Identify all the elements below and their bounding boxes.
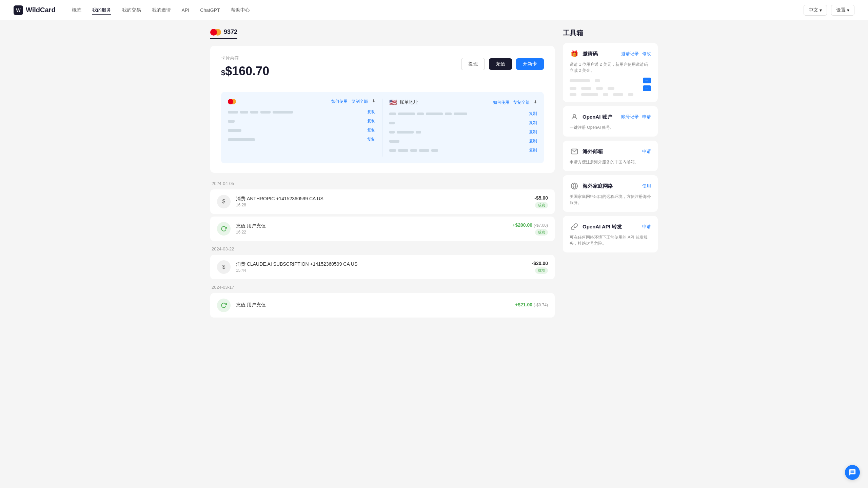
billing-copy-button-3[interactable]: 复制	[529, 129, 537, 135]
card-actions: 如何使用 复制全部 ⬇	[331, 99, 375, 104]
nav-help[interactable]: 帮助中心	[231, 6, 250, 15]
transactions-section: 2024-04-05 $ 消费 ANTHROPIC +14152360599 C…	[210, 181, 555, 318]
tx-status: 成功	[535, 267, 548, 274]
billing-field-row-2: 复制	[389, 120, 537, 126]
billing-field-row-3: 复制	[389, 129, 537, 135]
user-icon	[570, 112, 579, 122]
tx-title: 消费 CLAUDE.AI SUBSCRIPTION +14152360599 C…	[236, 261, 527, 267]
us-flag-icon: 🇺🇸	[389, 99, 397, 106]
nav-api[interactable]: API	[182, 6, 190, 14]
how-to-use-link[interactable]: 如何使用	[331, 99, 348, 104]
tool-card-network: 海外家庭网络 使用 美国家庭网络出口的远程环境，方便注册海外服务。	[563, 175, 658, 212]
tx-info: 消费 CLAUDE.AI SUBSCRIPTION +14152360599 C…	[236, 261, 527, 273]
tx-amount: +$21.00 (-$0.74)	[515, 302, 548, 307]
tool-header-mailbox: 海外邮箱 申请	[570, 147, 651, 156]
header-right: 中文 ▾ 设置 ▾	[804, 5, 854, 16]
mailbox-apply-link[interactable]: 申请	[642, 148, 651, 155]
invite-desc: 邀请 1 位用户返 2 美元，新用户使用邀请码立减 2 美金。	[570, 61, 651, 74]
chevron-down-icon: ▾	[847, 7, 849, 13]
billing-field-row-5: 复制	[389, 147, 537, 153]
tool-name-openai-account: OpenAI 账户	[583, 114, 618, 120]
copy-button-4[interactable]: 复制	[367, 137, 375, 142]
openai-apply-link[interactable]: 申请	[642, 114, 651, 120]
billing-download-icon[interactable]: ⬇	[534, 100, 537, 105]
openai-account-desc: 一键注册 OpenAI 账号。	[570, 124, 651, 130]
recharge-button[interactable]: 充值	[489, 58, 512, 70]
tool-card-invite: 🎁 邀请码 邀请记录 修改 邀请 1 位用户返 2 美元，新用户使用邀请码立减 …	[563, 43, 658, 102]
tool-card-mailbox: 海外邮箱 申请 申请方便注册海外服务的非国内邮箱。	[563, 141, 658, 171]
gift-icon: 🎁	[570, 49, 579, 59]
transaction-item: 充值 用户充值 16:22 +$200.00 (-$7.00) 成功	[210, 217, 555, 241]
invite-btn-1[interactable]: ···	[643, 78, 651, 83]
nav-my-service[interactable]: 我的服务	[92, 6, 111, 15]
invite-row-3	[570, 93, 651, 96]
billing-section-header: 🇺🇸 账单地址 如何使用 复制全部 ⬇	[389, 99, 537, 106]
billing-copy-button-5[interactable]: 复制	[529, 147, 537, 153]
mailbox-desc: 申请方便注册海外服务的非国内邮箱。	[570, 159, 651, 165]
settings-button[interactable]: 设置 ▾	[831, 5, 854, 16]
openai-api-actions: 申请	[642, 224, 651, 230]
invite-btn-2[interactable]: ···	[643, 85, 651, 91]
card-field-row-3: 复制	[228, 127, 375, 133]
tx-right: -$20.00 成功	[532, 261, 548, 274]
date-header-1: 2024-04-05	[210, 181, 555, 186]
tool-card-openai-account: OpenAI 账户 账号记录 申请 一键注册 OpenAI 账号。	[563, 106, 658, 137]
card-tab[interactable]: 9372	[210, 28, 237, 39]
billing-field-row-4: 复制	[389, 138, 537, 144]
mastercard-icon	[210, 29, 221, 36]
expense-icon: $	[217, 260, 231, 274]
expense-icon: $	[217, 195, 231, 208]
card-field-row-2: 复制	[228, 118, 375, 124]
network-use-link[interactable]: 使用	[642, 183, 651, 189]
nav-overview[interactable]: 概览	[72, 6, 81, 15]
openai-records-link[interactable]: 账号记录	[621, 114, 639, 120]
tx-title: 充值 用户充值	[236, 223, 507, 229]
billing-field-row-1: 复制	[389, 111, 537, 117]
billing-copy-button-2[interactable]: 复制	[529, 120, 537, 126]
tx-title: 充值 用户充值	[236, 302, 510, 308]
card-left-section: 如何使用 复制全部 ⬇ 复	[228, 99, 382, 157]
invite-records-link[interactable]: 邀请记录	[621, 51, 639, 57]
main-container: 9372 卡片余额 $$160.70 提现 充值 开新卡	[197, 20, 671, 328]
card-right-section: 🇺🇸 账单地址 如何使用 复制全部 ⬇	[382, 99, 537, 157]
tx-amount: -$20.00	[532, 261, 548, 266]
billing-copy-all-link[interactable]: 复制全部	[513, 100, 530, 105]
tx-title: 消费 ANTHROPIC +14152360599 CA US	[236, 196, 529, 202]
billing-how-to-use-link[interactable]: 如何使用	[493, 100, 509, 105]
card-section-header: 如何使用 复制全部 ⬇	[228, 99, 375, 104]
copy-button-1[interactable]: 复制	[367, 109, 375, 115]
card-field-row-1: 复制	[228, 109, 375, 115]
card-field-row-4: 复制	[228, 137, 375, 142]
withdraw-button[interactable]: 提现	[461, 58, 485, 70]
billing-address-title: 账单地址	[399, 99, 418, 105]
tx-info: 消费 ANTHROPIC +14152360599 CA US 16:28	[236, 196, 529, 207]
nav-my-transactions[interactable]: 我的交易	[122, 6, 141, 15]
tx-time: 16:22	[236, 230, 507, 235]
nav-my-invitations[interactable]: 我的邀请	[152, 6, 171, 15]
tool-name-network: 海外家庭网络	[583, 183, 639, 189]
openai-api-apply-link[interactable]: 申请	[642, 224, 651, 230]
tool-name-invite: 邀请码	[583, 51, 618, 57]
globe-icon	[570, 181, 579, 191]
nav-chatgpt[interactable]: ChatGPT	[200, 6, 220, 14]
invite-modify-link[interactable]: 修改	[642, 51, 651, 57]
balance-amount: $$160.70	[221, 64, 269, 78]
new-card-button[interactable]: 开新卡	[516, 58, 544, 70]
toolbox-title: 工具箱	[563, 28, 658, 38]
billing-copy-button-1[interactable]: 复制	[529, 111, 537, 117]
invite-actions: 邀请记录 修改	[621, 51, 651, 57]
copy-button-3[interactable]: 复制	[367, 127, 375, 133]
right-sidebar: 工具箱 🎁 邀请码 邀请记录 修改 邀请 1 位用户返 2 美元，新用户使用邀请…	[563, 28, 658, 320]
billing-copy-button-4[interactable]: 复制	[529, 138, 537, 144]
language-selector[interactable]: 中文 ▾	[804, 5, 827, 16]
download-icon[interactable]: ⬇	[372, 99, 375, 104]
copy-all-link[interactable]: 复制全部	[352, 99, 368, 104]
tx-time: 15:44	[236, 268, 527, 273]
tx-info: 充值 用户充值	[236, 302, 510, 309]
tool-header-openai-api: OpenAI API 转发 申请	[570, 222, 651, 231]
network-desc: 美国家庭网络出口的远程环境，方便注册海外服务。	[570, 194, 651, 206]
openai-account-actions: 账号记录 申请	[621, 114, 651, 120]
invite-preview: ··· ···	[570, 78, 651, 96]
mastercard-small-icon	[228, 99, 236, 104]
copy-button-2[interactable]: 复制	[367, 118, 375, 124]
